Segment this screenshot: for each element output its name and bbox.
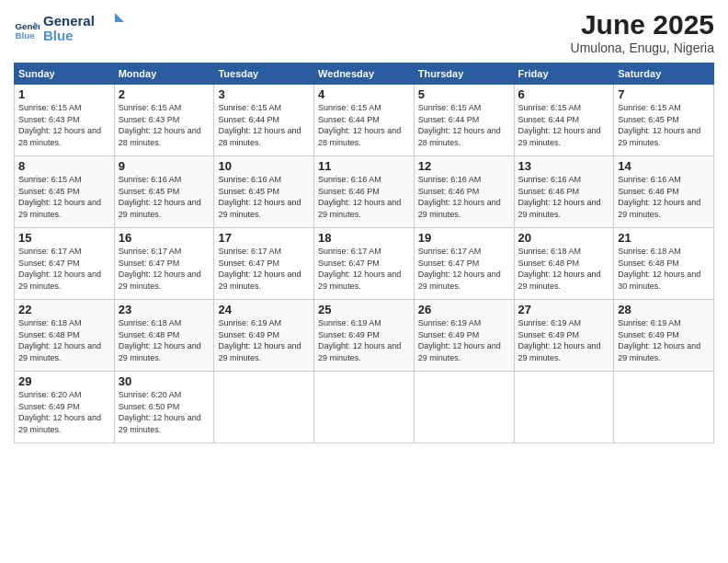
- sunset: Sunset: 6:44 PM: [418, 115, 480, 124]
- day-number: 17: [218, 231, 310, 245]
- sunrise: Sunrise: 6:15 AM: [18, 175, 82, 184]
- sunset: Sunset: 6:50 PM: [119, 402, 180, 411]
- week-row-2: 8 Sunrise: 6:15 AM Sunset: 6:45 PM Dayli…: [15, 156, 714, 228]
- sunrise: Sunrise: 6:15 AM: [218, 103, 281, 112]
- day-info: Sunrise: 6:17 AM Sunset: 6:47 PM Dayligh…: [418, 246, 510, 292]
- day-info: Sunrise: 6:16 AM Sunset: 6:46 PM Dayligh…: [618, 174, 710, 220]
- calendar-subtitle: Umulona, Enugu, Nigeria: [571, 40, 714, 55]
- calendar-cell: 28 Sunrise: 6:19 AM Sunset: 6:49 PM Dayl…: [614, 300, 714, 372]
- calendar-cell: 9 Sunrise: 6:16 AM Sunset: 6:45 PM Dayli…: [114, 156, 214, 228]
- daylight: Daylight: 12 hours and 29 minutes.: [318, 270, 401, 291]
- calendar-cell: 19 Sunrise: 6:17 AM Sunset: 6:47 PM Dayl…: [414, 228, 514, 300]
- sunset: Sunset: 6:49 PM: [218, 330, 279, 339]
- sunset: Sunset: 6:48 PM: [618, 259, 679, 268]
- calendar-cell: 30 Sunrise: 6:20 AM Sunset: 6:50 PM Dayl…: [114, 372, 214, 443]
- week-row-3: 15 Sunrise: 6:17 AM Sunset: 6:47 PM Dayl…: [15, 228, 714, 300]
- day-number: 25: [318, 303, 410, 316]
- daylight: Daylight: 12 hours and 29 minutes.: [518, 126, 601, 147]
- day-header-monday: Monday: [114, 63, 214, 85]
- header-row: SundayMondayTuesdayWednesdayThursdayFrid…: [15, 63, 714, 85]
- sunrise: Sunrise: 6:18 AM: [18, 318, 82, 327]
- sunrise: Sunrise: 6:18 AM: [618, 247, 681, 256]
- sunset: Sunset: 6:43 PM: [119, 115, 180, 124]
- day-header-wednesday: Wednesday: [314, 63, 415, 85]
- day-number: 24: [218, 303, 310, 316]
- day-info: Sunrise: 6:19 AM Sunset: 6:49 PM Dayligh…: [218, 317, 310, 363]
- day-info: Sunrise: 6:18 AM Sunset: 6:48 PM Dayligh…: [18, 317, 110, 363]
- day-info: Sunrise: 6:15 AM Sunset: 6:44 PM Dayligh…: [518, 102, 610, 148]
- sunrise: Sunrise: 6:17 AM: [119, 247, 182, 256]
- sunset: Sunset: 6:46 PM: [318, 187, 380, 196]
- day-info: Sunrise: 6:19 AM Sunset: 6:49 PM Dayligh…: [418, 317, 510, 363]
- day-number: 10: [218, 159, 310, 173]
- svg-text:General: General: [43, 13, 95, 29]
- sunset: Sunset: 6:49 PM: [518, 330, 580, 339]
- calendar-cell: 13 Sunrise: 6:16 AM Sunset: 6:46 PM Dayl…: [514, 156, 614, 228]
- day-number: 30: [119, 374, 210, 388]
- daylight: Daylight: 12 hours and 29 minutes.: [119, 341, 201, 362]
- sunset: Sunset: 6:44 PM: [518, 115, 580, 124]
- day-number: 3: [218, 87, 310, 101]
- svg-text:Blue: Blue: [15, 30, 35, 40]
- calendar-cell: 16 Sunrise: 6:17 AM Sunset: 6:47 PM Dayl…: [114, 228, 214, 300]
- calendar-page: General Blue General Blue June 2025 Umul…: [0, 0, 728, 563]
- logo-svg: General Blue: [43, 9, 126, 46]
- calendar-cell: 11 Sunrise: 6:16 AM Sunset: 6:46 PM Dayl…: [314, 156, 415, 228]
- calendar-cell: 20 Sunrise: 6:18 AM Sunset: 6:48 PM Dayl…: [514, 228, 614, 300]
- week-row-4: 22 Sunrise: 6:18 AM Sunset: 6:48 PM Dayl…: [15, 300, 714, 372]
- sunrise: Sunrise: 6:16 AM: [119, 175, 182, 184]
- sunrise: Sunrise: 6:17 AM: [218, 247, 281, 256]
- sunrise: Sunrise: 6:15 AM: [618, 103, 681, 112]
- sunset: Sunset: 6:45 PM: [18, 187, 80, 196]
- title-section: June 2025 Umulona, Enugu, Nigeria: [571, 9, 714, 55]
- calendar-cell: 14 Sunrise: 6:16 AM Sunset: 6:46 PM Dayl…: [614, 156, 714, 228]
- calendar-cell: 2 Sunrise: 6:15 AM Sunset: 6:43 PM Dayli…: [114, 85, 214, 156]
- sunset: Sunset: 6:49 PM: [418, 330, 480, 339]
- day-info: Sunrise: 6:18 AM Sunset: 6:48 PM Dayligh…: [518, 246, 610, 292]
- logo: General Blue General Blue: [14, 9, 126, 50]
- daylight: Daylight: 12 hours and 30 minutes.: [618, 270, 700, 291]
- calendar-cell: 12 Sunrise: 6:16 AM Sunset: 6:46 PM Dayl…: [414, 156, 514, 228]
- calendar-cell: 1 Sunrise: 6:15 AM Sunset: 6:43 PM Dayli…: [15, 85, 115, 156]
- day-number: 27: [518, 303, 610, 316]
- day-info: Sunrise: 6:15 AM Sunset: 6:44 PM Dayligh…: [318, 102, 410, 148]
- sunrise: Sunrise: 6:17 AM: [318, 247, 381, 256]
- calendar-cell: 22 Sunrise: 6:18 AM Sunset: 6:48 PM Dayl…: [15, 300, 115, 372]
- daylight: Daylight: 12 hours and 29 minutes.: [318, 198, 401, 219]
- daylight: Daylight: 12 hours and 29 minutes.: [618, 198, 700, 219]
- calendar-cell: 21 Sunrise: 6:18 AM Sunset: 6:48 PM Dayl…: [614, 228, 714, 300]
- sunrise: Sunrise: 6:17 AM: [18, 247, 82, 256]
- day-info: Sunrise: 6:15 AM Sunset: 6:43 PM Dayligh…: [119, 102, 210, 148]
- daylight: Daylight: 12 hours and 29 minutes.: [218, 198, 301, 219]
- sunrise: Sunrise: 6:15 AM: [119, 103, 182, 112]
- day-header-saturday: Saturday: [614, 63, 714, 85]
- day-header-friday: Friday: [514, 63, 614, 85]
- day-info: Sunrise: 6:16 AM Sunset: 6:46 PM Dayligh…: [418, 174, 510, 220]
- daylight: Daylight: 12 hours and 28 minutes.: [318, 126, 401, 147]
- sunrise: Sunrise: 6:19 AM: [318, 318, 381, 327]
- day-info: Sunrise: 6:20 AM Sunset: 6:49 PM Dayligh…: [18, 389, 110, 435]
- header: General Blue General Blue June 2025 Umul…: [14, 9, 714, 55]
- day-number: 7: [618, 87, 710, 101]
- sunset: Sunset: 6:48 PM: [18, 330, 80, 339]
- sunrise: Sunrise: 6:16 AM: [618, 175, 681, 184]
- day-number: 22: [18, 303, 110, 316]
- day-number: 9: [119, 159, 210, 173]
- calendar-title: June 2025: [571, 9, 714, 40]
- daylight: Daylight: 12 hours and 29 minutes.: [218, 270, 301, 291]
- calendar-cell: [614, 372, 714, 443]
- daylight: Daylight: 12 hours and 29 minutes.: [119, 413, 201, 434]
- sunrise: Sunrise: 6:19 AM: [218, 318, 281, 327]
- daylight: Daylight: 12 hours and 29 minutes.: [518, 198, 601, 219]
- sunset: Sunset: 6:49 PM: [318, 330, 380, 339]
- day-info: Sunrise: 6:15 AM Sunset: 6:44 PM Dayligh…: [218, 102, 310, 148]
- calendar-cell: 23 Sunrise: 6:18 AM Sunset: 6:48 PM Dayl…: [114, 300, 214, 372]
- sunrise: Sunrise: 6:20 AM: [18, 390, 82, 399]
- sunrise: Sunrise: 6:15 AM: [318, 103, 381, 112]
- sunset: Sunset: 6:46 PM: [418, 187, 480, 196]
- day-info: Sunrise: 6:15 AM Sunset: 6:43 PM Dayligh…: [18, 102, 110, 148]
- day-info: Sunrise: 6:20 AM Sunset: 6:50 PM Dayligh…: [119, 389, 210, 435]
- day-info: Sunrise: 6:16 AM Sunset: 6:46 PM Dayligh…: [318, 174, 410, 220]
- calendar-cell: 4 Sunrise: 6:15 AM Sunset: 6:44 PM Dayli…: [314, 85, 415, 156]
- daylight: Daylight: 12 hours and 28 minutes.: [418, 126, 501, 147]
